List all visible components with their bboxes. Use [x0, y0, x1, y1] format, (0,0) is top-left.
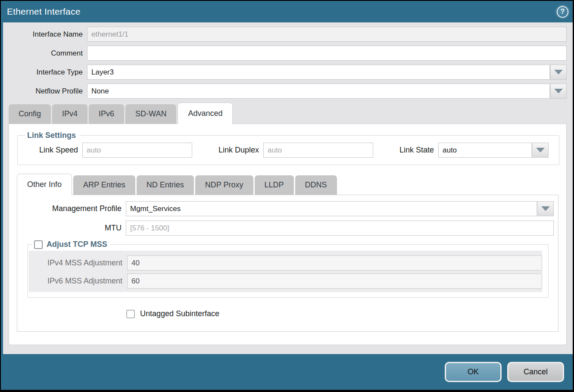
interface-type-dropdown-button[interactable]	[550, 65, 567, 80]
mtu-row: MTU	[17, 221, 554, 236]
tab-lldp[interactable]: LLDP	[255, 175, 294, 195]
management-profile-label: Management Profile	[17, 204, 126, 213]
netflow-profile-select[interactable]	[87, 84, 567, 99]
netflow-profile-value[interactable]	[87, 84, 550, 99]
title-bar: Ethernet Interface ?	[1, 1, 573, 22]
tab-ddns[interactable]: DDNS	[295, 175, 337, 195]
tab-config[interactable]: Config	[9, 104, 51, 124]
link-speed-input[interactable]	[82, 143, 192, 158]
tab-advanced[interactable]: Advanced	[178, 103, 233, 124]
advanced-tab-panel: Link Settings Link Speed Link Duplex Lin…	[9, 124, 567, 345]
tab-ipv6[interactable]: IPv6	[89, 104, 124, 124]
interface-name-row: Interface Name	[3, 27, 567, 42]
ethernet-interface-dialog: Ethernet Interface ? Interface Name Comm…	[1, 1, 573, 390]
mtu-input[interactable]	[126, 221, 554, 236]
chevron-down-icon	[536, 148, 545, 152]
general-form: Interface Name Comment Interface Type Ne…	[3, 22, 573, 99]
other-info-panel: Management Profile MTU	[17, 195, 558, 332]
adjust-tcp-mss-fieldset: Adjust TCP MSS IPv4 MSS Adjustment IPv6 …	[28, 240, 549, 298]
main-tab-strip: Config IPv4 IPv6 SD-WAN Advanced	[9, 103, 573, 124]
link-state-value[interactable]	[438, 143, 532, 158]
link-speed-field: Link Speed	[39, 143, 192, 158]
ipv6-mss-input	[127, 274, 542, 289]
management-profile-select[interactable]	[126, 201, 554, 216]
tab-ndp-proxy[interactable]: NDP Proxy	[195, 175, 253, 195]
interface-name-label: Interface Name	[3, 30, 87, 39]
management-profile-row: Management Profile	[17, 201, 554, 216]
help-icon[interactable]: ?	[557, 6, 568, 18]
dialog-body: Interface Name Comment Interface Type Ne…	[1, 22, 573, 354]
management-profile-dropdown-button[interactable]	[537, 201, 554, 216]
link-speed-label: Link Speed	[39, 146, 82, 155]
link-state-field: Link State	[399, 143, 549, 158]
comment-input[interactable]	[87, 46, 567, 61]
tab-nd-entries[interactable]: ND Entries	[137, 175, 194, 195]
link-state-label: Link State	[399, 146, 438, 155]
ipv4-mss-input	[127, 255, 542, 271]
link-duplex-label: Link Duplex	[218, 146, 263, 155]
interface-type-value[interactable]	[87, 65, 550, 80]
tab-other-info[interactable]: Other Info	[17, 174, 72, 195]
sub-tab-strip: Other Info ARP Entries ND Entries NDP Pr…	[17, 174, 559, 195]
chevron-down-icon	[554, 70, 563, 75]
ipv4-mss-row: IPv4 MSS Adjustment	[29, 255, 542, 271]
ok-button[interactable]: OK	[445, 362, 502, 382]
interface-type-row: Interface Type	[3, 65, 567, 80]
interface-type-label: Interface Type	[3, 68, 87, 77]
cancel-button[interactable]: Cancel	[507, 362, 564, 382]
ipv6-mss-label: IPv6 MSS Adjustment	[29, 277, 127, 286]
adjust-tcp-mss-label: Adjust TCP MSS	[47, 240, 107, 249]
interface-type-select[interactable]	[87, 65, 567, 80]
comment-row: Comment	[3, 46, 567, 61]
ipv6-mss-row: IPv6 MSS Adjustment	[29, 274, 542, 289]
tab-sdwan[interactable]: SD-WAN	[125, 104, 176, 124]
untagged-subinterface-row: Untagged Subinterface	[126, 309, 554, 318]
tab-ipv4[interactable]: IPv4	[52, 104, 87, 124]
link-duplex-input[interactable]	[263, 143, 373, 158]
netflow-profile-dropdown-button[interactable]	[550, 84, 567, 99]
tab-arp-entries[interactable]: ARP Entries	[73, 175, 135, 195]
link-settings-legend: Link Settings	[25, 131, 79, 140]
untagged-subinterface-checkbox[interactable]	[126, 310, 135, 318]
dialog-title: Ethernet Interface	[7, 6, 81, 17]
untagged-subinterface-label: Untagged Subinterface	[140, 309, 219, 318]
netflow-profile-row: Netflow Profile	[3, 84, 567, 99]
management-profile-value[interactable]	[126, 201, 537, 216]
link-state-select[interactable]	[438, 143, 549, 158]
ipv4-mss-label: IPv4 MSS Adjustment	[29, 258, 127, 268]
adjust-tcp-mss-legend: Adjust TCP MSS	[32, 240, 111, 249]
comment-label: Comment	[3, 49, 87, 58]
dialog-footer: OK Cancel	[1, 354, 573, 390]
interface-name-input	[87, 27, 567, 42]
chevron-down-icon	[554, 89, 563, 93]
link-settings-row: Link Speed Link Duplex Link State	[22, 143, 555, 158]
link-state-dropdown-button[interactable]	[532, 143, 549, 158]
mtu-label: MTU	[17, 224, 126, 233]
mss-disabled-area: IPv4 MSS Adjustment IPv6 MSS Adjustment	[29, 251, 542, 292]
chevron-down-icon	[541, 206, 550, 211]
netflow-profile-label: Netflow Profile	[3, 87, 87, 96]
adjust-tcp-mss-checkbox[interactable]	[34, 240, 43, 249]
link-duplex-field: Link Duplex	[218, 143, 373, 158]
link-settings-fieldset: Link Settings Link Speed Link Duplex Lin…	[17, 131, 559, 165]
